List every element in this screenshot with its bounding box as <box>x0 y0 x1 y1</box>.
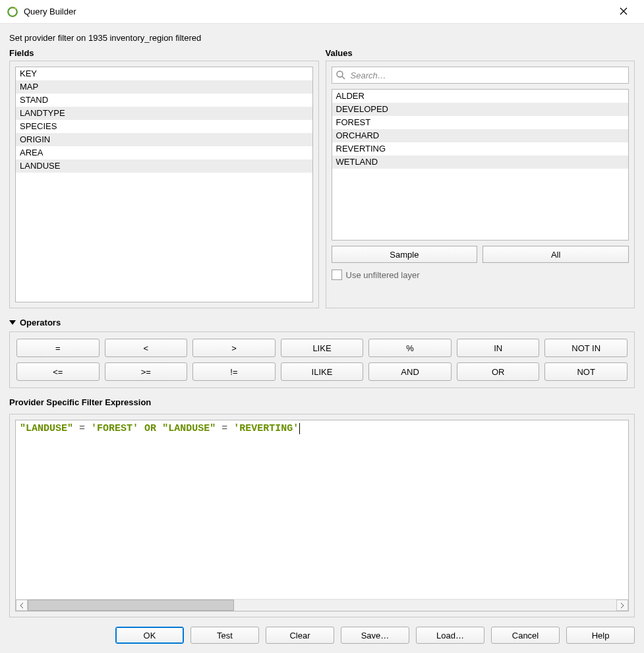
value-item[interactable]: WETLAND <box>332 156 629 169</box>
field-item[interactable]: STAND <box>16 94 312 107</box>
all-button[interactable]: All <box>483 246 629 263</box>
scroll-left-icon[interactable] <box>16 600 28 611</box>
operator-button[interactable]: <= <box>16 362 100 381</box>
expression-section-label: Provider Specific Filter Expression <box>9 397 635 407</box>
save-button[interactable]: Save… <box>341 627 409 644</box>
values-listbox[interactable]: ALDERDEVELOPEDFORESTORCHARDREVERTINGWETL… <box>332 89 629 241</box>
field-item[interactable]: MAP <box>16 80 312 94</box>
value-item[interactable]: ALDER <box>332 90 629 103</box>
test-button[interactable]: Test <box>190 627 259 644</box>
operator-button[interactable]: >= <box>105 362 188 381</box>
field-item[interactable]: ORIGIN <box>16 133 312 146</box>
clear-button[interactable]: Clear <box>266 627 334 644</box>
operator-button[interactable]: NOT IN <box>544 339 628 357</box>
operator-button[interactable]: < <box>105 339 188 357</box>
close-button[interactable] <box>608 2 639 22</box>
field-item[interactable]: KEY <box>16 67 312 80</box>
expression-editor[interactable]: "LANDUSE" = 'FOREST' OR "LANDUSE" = 'REV… <box>15 420 629 611</box>
fields-listbox[interactable]: KEYMAPSTANDLANDTYPESPECIESORIGINAREALAND… <box>15 67 313 302</box>
operators-grid: =<>LIKE%INNOT IN<=>=!=ILIKEANDORNOT <box>9 331 635 388</box>
field-item[interactable]: LANDUSE <box>16 159 312 173</box>
operator-button[interactable]: ILIKE <box>281 362 364 381</box>
svg-point-1 <box>337 71 343 77</box>
app-icon <box>7 6 18 18</box>
dialog-body: Set provider filter on 1935 inventory_re… <box>0 24 644 653</box>
unfiltered-label: Use unfiltered layer <box>346 270 420 280</box>
operator-button[interactable]: > <box>192 339 276 357</box>
cancel-button[interactable]: Cancel <box>491 627 560 644</box>
value-item[interactable]: REVERTING <box>332 142 629 156</box>
operators-label: Operators <box>20 318 61 327</box>
field-item[interactable]: LANDTYPE <box>16 107 312 120</box>
load-button[interactable]: Load… <box>416 627 484 644</box>
values-search-input[interactable] <box>332 67 629 84</box>
field-item[interactable]: AREA <box>16 146 312 159</box>
fields-label: Fields <box>9 48 319 58</box>
values-label: Values <box>326 48 635 58</box>
operator-button[interactable]: % <box>368 339 452 357</box>
unfiltered-checkbox[interactable] <box>332 270 342 280</box>
field-item[interactable]: SPECIES <box>16 120 312 133</box>
operator-button[interactable]: AND <box>368 362 452 381</box>
value-item[interactable]: ORCHARD <box>332 129 629 142</box>
close-icon <box>620 7 628 17</box>
titlebar: Query Builder <box>0 0 644 24</box>
operator-button[interactable]: OR <box>457 362 540 381</box>
operator-button[interactable]: != <box>192 362 276 381</box>
operators-toggle[interactable]: Operators <box>9 318 635 327</box>
expression-hscrollbar[interactable] <box>16 599 628 611</box>
operator-button[interactable]: IN <box>457 339 540 357</box>
value-item[interactable]: DEVELOPED <box>332 103 629 116</box>
search-icon <box>336 70 346 80</box>
window-title: Query Builder <box>24 7 608 16</box>
scroll-right-icon[interactable] <box>616 600 628 611</box>
value-item[interactable]: FOREST <box>332 116 629 129</box>
help-button[interactable]: Help <box>566 627 635 644</box>
dialog-subtitle: Set provider filter on 1935 inventory_re… <box>9 30 635 48</box>
operator-button[interactable]: NOT <box>544 362 628 381</box>
svg-line-2 <box>342 76 345 79</box>
sample-button[interactable]: Sample <box>332 246 478 263</box>
operator-button[interactable]: LIKE <box>281 339 364 357</box>
ok-button[interactable]: OK <box>115 627 184 644</box>
chevron-down-icon <box>9 320 16 325</box>
operator-button[interactable]: = <box>16 339 100 357</box>
